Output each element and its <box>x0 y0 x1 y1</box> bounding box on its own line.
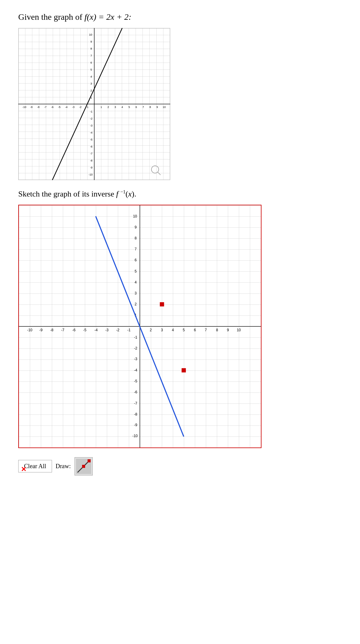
svg-text:2: 2 <box>150 328 152 332</box>
svg-text:7: 7 <box>205 328 207 332</box>
svg-text:-10: -10 <box>88 173 92 176</box>
svg-text:-1: -1 <box>127 328 131 332</box>
svg-text:9: 9 <box>90 40 92 43</box>
svg-text:-2: -2 <box>116 328 119 332</box>
svg-text:4: 4 <box>172 328 174 332</box>
svg-rect-97 <box>88 459 91 462</box>
svg-text:2: 2 <box>107 106 109 109</box>
svg-text:-2: -2 <box>90 117 92 120</box>
svg-text:3: 3 <box>135 291 137 295</box>
svg-text:-4: -4 <box>90 131 92 134</box>
svg-text:-2: -2 <box>79 106 81 109</box>
svg-text:-2: -2 <box>134 346 137 350</box>
svg-text:2: 2 <box>90 89 92 92</box>
svg-text:-10: -10 <box>22 106 26 109</box>
svg-text:-9: -9 <box>30 106 33 109</box>
given-graph-svg: -10 -9 -8 -7 -6 -5 -4 -3 -2 -1 1 2 3 4 5… <box>18 28 170 180</box>
svg-text:6: 6 <box>194 328 196 332</box>
interactive-graph-svg: -10 -9 -8 -7 -6 -5 -4 -3 -2 -1 2 3 4 5 6… <box>19 205 261 447</box>
svg-text:-1: -1 <box>134 335 137 339</box>
svg-text:-3: -3 <box>105 328 109 332</box>
svg-text:8: 8 <box>149 106 151 109</box>
svg-text:-3: -3 <box>90 124 92 127</box>
instruction-text: Sketch the graph of its inverse f −1(x). <box>18 189 342 199</box>
svg-text:3: 3 <box>161 328 163 332</box>
svg-text:-8: -8 <box>50 328 54 332</box>
svg-text:-8: -8 <box>37 106 40 109</box>
svg-text:7: 7 <box>142 106 144 109</box>
svg-text:10: 10 <box>133 214 137 218</box>
svg-text:-7: -7 <box>61 328 64 332</box>
draw-icon <box>76 459 91 474</box>
svg-text:10: 10 <box>89 33 92 36</box>
svg-text:7: 7 <box>135 247 137 251</box>
svg-text:-7: -7 <box>90 152 92 155</box>
svg-rect-96 <box>82 465 85 468</box>
svg-text:-8: -8 <box>134 412 137 416</box>
svg-text:10: 10 <box>163 106 166 109</box>
svg-text:4: 4 <box>90 75 92 78</box>
svg-text:10: 10 <box>237 328 241 332</box>
svg-text:-1: -1 <box>90 110 92 113</box>
svg-text:-3: -3 <box>72 106 74 109</box>
svg-text:8: 8 <box>135 236 137 240</box>
svg-text:-7: -7 <box>44 106 47 109</box>
svg-text:-5: -5 <box>58 106 61 109</box>
svg-text:8: 8 <box>90 47 92 50</box>
svg-text:-10: -10 <box>132 434 138 438</box>
page: Given the graph of f(x) = 2x + 2: <box>0 0 360 644</box>
svg-text:-5: -5 <box>83 328 87 332</box>
svg-text:-6: -6 <box>90 145 92 148</box>
svg-text:4: 4 <box>135 280 137 284</box>
draw-label: Draw: <box>56 463 71 470</box>
svg-text:-10: -10 <box>27 328 33 332</box>
svg-rect-92 <box>160 302 164 306</box>
svg-text:3: 3 <box>90 82 92 85</box>
svg-rect-93 <box>182 368 186 372</box>
svg-text:-9: -9 <box>90 166 92 169</box>
draw-icon-button[interactable] <box>74 457 93 475</box>
svg-text:9: 9 <box>156 106 158 109</box>
svg-text:-5: -5 <box>90 138 92 141</box>
svg-text:5: 5 <box>183 328 185 332</box>
svg-text:-4: -4 <box>134 368 137 372</box>
svg-text:5: 5 <box>135 269 137 273</box>
instruction-main: Sketch the graph of its inverse <box>18 190 116 198</box>
svg-text:5: 5 <box>90 68 92 71</box>
toolbar-row: Clear All Draw: <box>18 457 342 475</box>
svg-text:5: 5 <box>128 106 130 109</box>
svg-text:-4: -4 <box>65 106 68 109</box>
svg-text:-8: -8 <box>90 159 92 162</box>
svg-text:9: 9 <box>227 328 229 332</box>
svg-text:1: 1 <box>100 106 102 109</box>
svg-text:-6: -6 <box>72 328 76 332</box>
svg-text:4: 4 <box>121 106 123 109</box>
svg-text:6: 6 <box>90 61 92 64</box>
svg-text:-3: -3 <box>134 357 137 361</box>
problem-title: Given the graph of f(x) = 2x + 2: <box>18 12 342 22</box>
inverse-function-expr: f −1(x). <box>116 190 136 198</box>
given-graph: -10 -9 -8 -7 -6 -5 -4 -3 -2 -1 1 2 3 4 5… <box>18 28 170 180</box>
svg-text:-5: -5 <box>134 379 137 383</box>
svg-text:3: 3 <box>114 106 116 109</box>
svg-text:2: 2 <box>135 302 137 306</box>
svg-text:-4: -4 <box>94 328 98 332</box>
svg-text:9: 9 <box>135 225 137 229</box>
svg-text:-9: -9 <box>39 328 43 332</box>
svg-text:6: 6 <box>135 258 137 262</box>
svg-text:-7: -7 <box>134 401 137 405</box>
svg-text:-6: -6 <box>134 390 137 394</box>
svg-text:8: 8 <box>216 328 218 332</box>
interactive-graph[interactable]: -10 -9 -8 -7 -6 -5 -4 -3 -2 -1 2 3 4 5 6… <box>18 205 261 448</box>
svg-text:6: 6 <box>135 106 137 109</box>
svg-text:-9: -9 <box>134 423 137 427</box>
svg-text:7: 7 <box>90 54 92 57</box>
function-expression: f(x) = 2x + 2: <box>85 12 131 22</box>
title-text: Given the graph of <box>18 12 85 22</box>
close-button[interactable]: × <box>21 464 26 474</box>
svg-text:-6: -6 <box>51 106 54 109</box>
